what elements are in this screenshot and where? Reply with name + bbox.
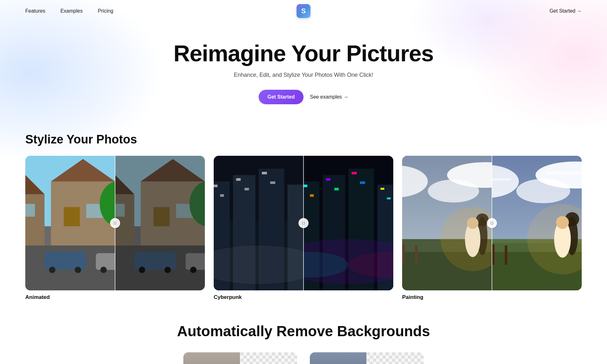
- logo-icon: S: [297, 4, 310, 18]
- photo-label-painting: Painting: [402, 294, 582, 300]
- nav-get-started[interactable]: Get Started →: [549, 8, 582, 14]
- animated-before: [25, 156, 115, 290]
- nav-link-pricing[interactable]: Pricing: [98, 8, 113, 14]
- photo-label-cyberpunk: Cyberpunk: [214, 294, 393, 300]
- bg-remove-person-card[interactable]: ⟨⟩: [183, 352, 297, 364]
- animated-after: [115, 156, 205, 290]
- svg-rect-123: [492, 244, 494, 265]
- svg-rect-125: [183, 352, 240, 364]
- photo-cards-row: ⟨⟩ Animated: [25, 156, 582, 300]
- svg-rect-30: [154, 207, 170, 226]
- svg-rect-140: [240, 352, 297, 364]
- svg-rect-8: [64, 207, 80, 226]
- svg-rect-85: [380, 188, 384, 190]
- svg-rect-83: [352, 172, 357, 174]
- svg-rect-61: [244, 188, 249, 191]
- cyberpunk-before: [214, 156, 304, 290]
- svg-rect-105: [415, 246, 418, 265]
- svg-rect-27: [115, 204, 125, 217]
- photo-compare-cyberpunk[interactable]: ⟨⟩: [214, 156, 393, 290]
- svg-rect-5: [25, 204, 35, 217]
- svg-rect-169: [367, 352, 424, 364]
- hero-buttons: Get Started See examples →: [6, 90, 601, 104]
- car-after: [367, 352, 424, 364]
- nav-link-features[interactable]: Features: [25, 8, 45, 14]
- svg-rect-63: [270, 181, 275, 184]
- hero-section: Reimagine Your Pictures Enhance, Edit, a…: [0, 22, 607, 117]
- person-after: [240, 352, 297, 364]
- svg-point-42: [190, 267, 196, 273]
- hero-see-examples-button[interactable]: See examples →: [310, 94, 348, 100]
- svg-rect-81: [326, 178, 330, 181]
- hero-get-started-button[interactable]: Get Started: [259, 90, 304, 104]
- photo-card-painting: ⟨⟩ Painting: [402, 156, 582, 300]
- bg-remove-photos: ⟨⟩: [25, 352, 582, 364]
- svg-rect-60: [236, 178, 241, 181]
- compare-divider-person: [240, 352, 241, 364]
- svg-point-41: [164, 267, 171, 273]
- painting-before: [402, 156, 492, 290]
- photo-compare-painting[interactable]: ⟨⟩: [402, 156, 582, 290]
- photo-card-cyberpunk: ⟨⟩ Cyberpunk: [214, 156, 393, 300]
- svg-rect-58: [214, 185, 218, 187]
- svg-point-109: [516, 179, 570, 203]
- hero-subtitle: Enhance, Edit, and Stylize Your Photos W…: [6, 72, 601, 78]
- stylize-section: Stylize Your Photos: [0, 117, 607, 316]
- compare-handle-painting[interactable]: ⟨⟩: [487, 218, 497, 228]
- photo-label-animated: Animated: [25, 294, 205, 300]
- svg-rect-82: [334, 188, 339, 191]
- bg-remove-title: Automatically Remove Backgrounds: [25, 323, 582, 340]
- svg-point-19: [75, 267, 81, 273]
- svg-point-40: [139, 267, 145, 273]
- photo-card-animated: ⟨⟩ Animated: [25, 156, 205, 300]
- person-before: [183, 352, 240, 364]
- navbar: Features Examples Pricing S Get Started …: [0, 0, 607, 22]
- compare-handle-cyberpunk[interactable]: ⟨⟩: [298, 218, 309, 228]
- nav-link-examples[interactable]: Examples: [60, 8, 83, 14]
- nav-logo[interactable]: S: [297, 4, 310, 18]
- svg-point-64: [214, 246, 304, 284]
- cyberpunk-after: [304, 156, 393, 290]
- compare-divider-car: [366, 352, 367, 364]
- svg-rect-62: [262, 172, 267, 174]
- svg-rect-111: [546, 172, 582, 174]
- svg-rect-79: [304, 185, 307, 187]
- nav-links-left: Features Examples Pricing: [25, 8, 113, 14]
- svg-point-18: [49, 267, 55, 273]
- bg-remove-section: Automatically Remove Backgrounds: [0, 316, 607, 364]
- svg-rect-86: [387, 197, 391, 199]
- svg-rect-110: [492, 178, 511, 181]
- svg-point-20: [100, 267, 107, 273]
- svg-rect-2: [25, 194, 45, 246]
- hero-title: Reimagine Your Pictures: [6, 41, 601, 66]
- svg-rect-59: [220, 194, 224, 197]
- car-before: [310, 352, 367, 364]
- svg-rect-84: [360, 181, 365, 184]
- nav-cta-label: Get Started: [549, 8, 575, 14]
- nav-right: Get Started →: [549, 8, 582, 14]
- photo-compare-animated[interactable]: ⟨⟩: [25, 156, 205, 290]
- svg-rect-104: [402, 244, 405, 265]
- svg-point-93: [428, 179, 479, 203]
- bg-remove-car-card[interactable]: ⟨⟩: [310, 352, 424, 364]
- svg-rect-80: [310, 194, 314, 197]
- stylize-section-title: Stylize Your Photos: [25, 133, 582, 146]
- svg-rect-124: [505, 246, 507, 265]
- compare-handle-animated[interactable]: ⟨⟩: [110, 218, 120, 228]
- nav-cta-arrow: →: [577, 8, 582, 14]
- painting-after: [492, 156, 582, 290]
- svg-rect-150: [310, 352, 367, 364]
